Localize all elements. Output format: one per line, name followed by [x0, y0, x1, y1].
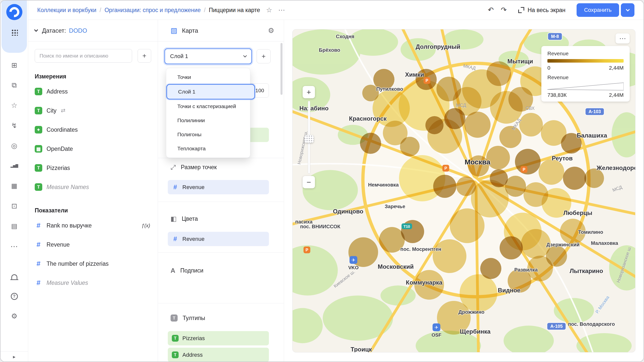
map-data-point[interactable]: [433, 175, 456, 198]
map-data-point[interactable]: [383, 121, 408, 145]
layer-select[interactable]: Слой 1: [165, 49, 252, 64]
zoom-out-button[interactable]: −: [303, 176, 315, 188]
map-place-label: Люберцы: [563, 209, 592, 216]
breadcrumb-link[interactable]: Организации: спрос и предложение: [104, 7, 200, 14]
layer-option[interactable]: Точки с кластеризацией: [166, 99, 250, 113]
map-data-point[interactable]: [546, 246, 567, 267]
layer-option[interactable]: Теплокарта: [166, 142, 250, 156]
storage-button[interactable]: ▤: [7, 219, 22, 233]
tooltip-field-pill[interactable]: TPizzerias: [168, 331, 269, 345]
layer-option[interactable]: Слой 1: [167, 85, 254, 99]
fullscreen-button[interactable]: На весь экран: [518, 7, 566, 14]
field-row-dimension[interactable]: ▦OpenDate: [28, 139, 158, 158]
more-menu-icon[interactable]: ⋯: [278, 7, 285, 14]
dataset-name-link[interactable]: DODO: [69, 27, 87, 34]
map-place-label: Одинцово: [333, 208, 363, 215]
map-data-point[interactable]: [500, 236, 523, 259]
more-nav-button[interactable]: ⋯: [7, 239, 22, 253]
favorites-button[interactable]: ☆: [7, 98, 22, 113]
colors-field-pill[interactable]: # Revenue: [168, 232, 269, 246]
map-area: СходняБрёховоДолгопрудныйМытищиХимкиПути…: [284, 20, 643, 361]
field-row-dimension[interactable]: TMeasure Names: [28, 177, 158, 197]
dimension-type-icon: T: [35, 107, 42, 114]
chart-settings-gear-icon[interactable]: ⚙: [268, 27, 274, 34]
airport-marker: ✈VKO: [348, 256, 358, 270]
apps-grid-icon[interactable]: [11, 29, 18, 36]
map-data-point[interactable]: [456, 176, 476, 196]
search-input[interactable]: [35, 49, 132, 63]
layer-option[interactable]: Полигоны: [166, 127, 250, 142]
field-row-dimension[interactable]: TAddress: [28, 82, 158, 101]
tooltips-icon: T: [171, 314, 178, 322]
add-layer-button[interactable]: +: [257, 49, 271, 63]
map-more-button[interactable]: ⋯: [616, 33, 630, 43]
map-data-point[interactable]: [450, 208, 485, 243]
collections-button[interactable]: ⊞: [7, 58, 22, 72]
map-data-point[interactable]: [539, 159, 564, 185]
field-row-measure[interactable]: #Revenue: [28, 235, 158, 254]
map-legend: Revenue 0 2,44M Revenue 738,83К 2,44M: [541, 46, 630, 102]
field-row-dimension[interactable]: TCity⇄: [28, 101, 158, 120]
expand-rail-button[interactable]: ▸: [1, 351, 28, 361]
more-nav-icon: ⋯: [11, 242, 18, 251]
panel-scrollbar[interactable]: [280, 43, 283, 95]
workbooks-button[interactable]: ⧉: [7, 78, 22, 93]
map-data-point[interactable]: [515, 149, 541, 174]
measure-hash-icon: #: [35, 279, 42, 287]
chevron-down-icon: [243, 54, 247, 57]
notifications-button[interactable]: [7, 269, 22, 284]
redo-icon[interactable]: ↷: [501, 7, 507, 14]
field-row-measure[interactable]: #The number of pizzerias: [28, 254, 158, 273]
map-road-label: МСД: [456, 103, 466, 108]
field-label: Address: [182, 352, 203, 358]
map-data-point[interactable]: [433, 239, 466, 273]
map-canvas[interactable]: СходняБрёховоДолгопрудныйМытищиХимкиПути…: [292, 29, 635, 352]
legend-size-min: 738,83К: [547, 92, 567, 98]
save-button[interactable]: Сохранить: [577, 3, 619, 17]
map-data-point[interactable]: [425, 116, 444, 134]
map-data-point[interactable]: [436, 77, 461, 101]
map-place-label: Сходня: [336, 34, 354, 39]
map-place-label: Путилково: [376, 86, 403, 92]
settings-button[interactable]: ⚙: [7, 309, 22, 323]
save-dropdown-button[interactable]: [621, 3, 634, 17]
field-label: Measure Values: [47, 280, 88, 286]
map-data-point[interactable]: [563, 167, 586, 190]
field-row-dimension[interactable]: ⌖Coordinates: [28, 120, 158, 139]
section-title: Размер точек: [181, 164, 217, 171]
point-size-field-pill[interactable]: # Revenue: [168, 180, 269, 194]
breadcrumb-link[interactable]: Коллекции и воркбуки: [37, 7, 96, 14]
dataset-header[interactable]: Датасет: DODO: [28, 20, 158, 41]
layer-option[interactable]: Полилинии: [166, 113, 250, 127]
formula-icon: ƒ(x): [142, 223, 150, 229]
zoom-slider-handle[interactable]: [304, 135, 314, 143]
section-labels: A Подписи: [171, 265, 204, 276]
field-row-dimension[interactable]: TPizzerias: [28, 158, 158, 177]
zoom-in-button[interactable]: +: [303, 86, 315, 98]
station-badge: Р: [304, 247, 310, 253]
charts-button[interactable]: ▂▅▇: [7, 158, 22, 173]
map-place-label: пос. ВНИИССОК: [300, 224, 340, 230]
dashboards-button[interactable]: ⊡: [7, 199, 22, 213]
breadcrumb: Коллекции и воркбуки/Организации: спрос …: [37, 7, 260, 14]
field-row-measure[interactable]: #Measure Values: [28, 273, 158, 292]
field-row-measure[interactable]: #Rank по выручкеƒ(x): [28, 216, 158, 235]
map-data-point[interactable]: [360, 133, 381, 154]
add-field-button[interactable]: +: [138, 49, 151, 63]
map-data-point[interactable]: [487, 61, 511, 86]
favorite-star-icon[interactable]: ☆: [266, 7, 272, 14]
station-badge: Р: [442, 165, 449, 172]
layer-option[interactable]: Точки: [166, 70, 250, 84]
legend-size-wedge: [547, 82, 624, 91]
map-data-point[interactable]: [519, 113, 543, 137]
undo-icon[interactable]: ↶: [488, 7, 494, 14]
map-data-point[interactable]: [499, 126, 521, 148]
datasets-button[interactable]: ▦: [7, 178, 22, 193]
tooltip-field-pill[interactable]: TAddress: [168, 348, 269, 362]
dataset-label: Датасет:: [42, 27, 66, 34]
datalens-logo[interactable]: [6, 4, 22, 20]
monitoring-button[interactable]: ◎: [7, 138, 22, 153]
help-button[interactable]: ?: [7, 289, 22, 304]
editor-button[interactable]: ↯: [7, 118, 22, 133]
map-data-point[interactable]: [480, 258, 501, 279]
